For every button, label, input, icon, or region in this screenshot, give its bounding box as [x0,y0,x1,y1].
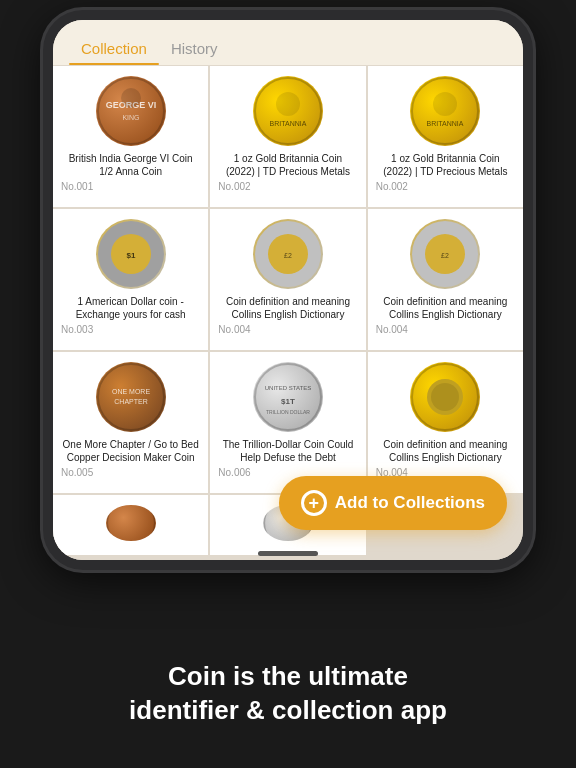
svg-text:BRITANNIA: BRITANNIA [270,120,307,127]
coin-number-3: No.002 [376,181,408,192]
svg-point-29 [107,505,154,541]
home-indicator [258,551,318,556]
coin-cell-7[interactable]: ONE MORE CHAPTER One More Chapter / Go t… [53,352,208,493]
coin-image-1: GEORGE VI KING [96,76,166,146]
coin-title-8: The Trillion-Dollar Coin Could Help Defu… [218,438,357,464]
coin-svg-1: GEORGE VI KING [96,76,166,146]
coin-image-8: UNITED STATES $1T TRILLION DOLLAR [253,362,323,432]
coin-cell-9[interactable]: Coin definition and meaning Collins Engl… [368,352,523,493]
coin-image-10 [106,505,156,541]
svg-text:$1T: $1T [281,397,295,406]
svg-point-19 [98,364,164,430]
svg-point-28 [431,383,459,411]
coin-title-9: Coin definition and meaning Collins Engl… [376,438,515,464]
coin-cell-2[interactable]: BRITANNIA 1 oz Gold Britannia Coin (2022… [210,66,365,207]
coin-number-6: No.004 [376,324,408,335]
phone-screen: Collection History GEORGE VI KING Britis… [53,20,523,560]
svg-text:TRILLION DOLLAR: TRILLION DOLLAR [266,409,310,415]
svg-text:£2: £2 [441,252,449,259]
svg-text:ONE MORE: ONE MORE [112,388,150,395]
svg-point-5 [276,92,300,116]
coin-cell-1[interactable]: GEORGE VI KING British India George VI C… [53,66,208,207]
coin-cell-8[interactable]: UNITED STATES $1T TRILLION DOLLAR The Tr… [210,352,365,493]
svg-point-8 [433,92,457,116]
coin-cell-3[interactable]: BRITANNIA 1 oz Gold Britannia Coin (2022… [368,66,523,207]
tab-collection[interactable]: Collection [69,34,159,65]
coin-image-7: ONE MORE CHAPTER [96,362,166,432]
tagline-line1: Coin is the ultimate [168,661,408,691]
coin-svg-3: BRITANNIA [410,76,480,146]
svg-text:CHAPTER: CHAPTER [114,398,147,405]
coin-title-1: British India George VI Coin 1/2 Anna Co… [61,152,200,178]
coin-cell-4[interactable]: $1 1 American Dollar coin - Exchange you… [53,209,208,350]
coin-number-1: No.001 [61,181,93,192]
coin-image-4: $1 [96,219,166,289]
coin-title-5: Coin definition and meaning Collins Engl… [218,295,357,321]
coin-image-9 [410,362,480,432]
coin-image-6: £2 [410,219,480,289]
plus-icon: + [301,490,327,516]
add-button-label: Add to Collections [335,493,485,513]
svg-point-0 [98,78,164,144]
bottom-tagline: Coin is the ultimate identifier & collec… [0,660,576,728]
coin-number-7: No.005 [61,467,93,478]
coin-image-5: £2 [253,219,323,289]
coin-svg-7: ONE MORE CHAPTER [96,362,166,432]
coin-svg-2: BRITANNIA [253,76,323,146]
coin-svg-4: $1 [96,219,166,289]
coin-number-8: No.006 [218,467,250,478]
svg-text:UNITED STATES: UNITED STATES [265,385,311,391]
svg-text:$1: $1 [126,251,135,260]
tab-history[interactable]: History [159,34,230,65]
tab-bar: Collection History [53,28,523,66]
coin-image-2: BRITANNIA [253,76,323,146]
coin-title-7: One More Chapter / Go to Bed Copper Deci… [61,438,200,464]
svg-text:KING: KING [122,114,139,121]
coin-title-6: Coin definition and meaning Collins Engl… [376,295,515,321]
add-to-collections-button[interactable]: + Add to Collections [279,476,507,530]
coin-svg-8: UNITED STATES $1T TRILLION DOLLAR [253,362,323,432]
coin-cell-6[interactable]: £2 Coin definition and meaning Collins E… [368,209,523,350]
svg-point-3 [121,88,141,108]
coin-svg-5: £2 [253,219,323,289]
svg-text:BRITANNIA: BRITANNIA [427,120,464,127]
coin-cell-10[interactable] [53,495,208,555]
coin-title-3: 1 oz Gold Britannia Coin (2022) | TD Pre… [376,152,515,178]
svg-text:£2: £2 [284,252,292,259]
coin-svg-9 [410,362,480,432]
tagline-line2: identifier & collection app [129,695,447,725]
coin-image-3: BRITANNIA [410,76,480,146]
coin-title-2: 1 oz Gold Britannia Coin (2022) | TD Pre… [218,152,357,178]
status-bar [53,20,523,28]
coin-title-4: 1 American Dollar coin - Exchange yours … [61,295,200,321]
coin-cell-5[interactable]: £2 Coin definition and meaning Collins E… [210,209,365,350]
phone-frame: Collection History GEORGE VI KING Britis… [43,10,533,570]
coin-number-2: No.002 [218,181,250,192]
coin-number-4: No.003 [61,324,93,335]
coin-svg-6: £2 [410,219,480,289]
coin-number-5: No.004 [218,324,250,335]
coin-svg-10 [106,505,156,541]
